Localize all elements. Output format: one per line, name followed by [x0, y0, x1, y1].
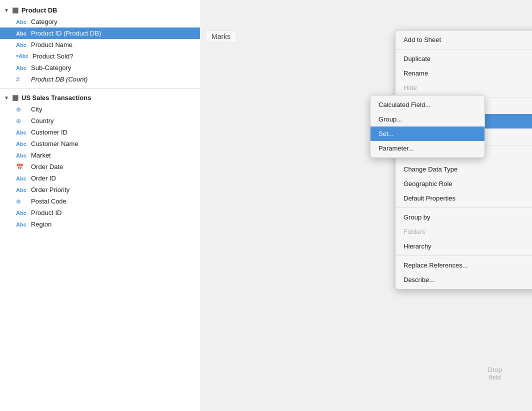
menu-item-hierarchy[interactable]: Hierarchy ▶: [396, 239, 532, 254]
type-icon-region: Abc: [16, 222, 27, 228]
field-label-product-id2: Product ID: [31, 209, 62, 216]
type-icon-product-id: Abc: [16, 30, 27, 36]
type-icon-product-sold: =Abc: [16, 54, 28, 59]
field-sub-category[interactable]: Abc Sub-Category: [0, 62, 200, 74]
type-icon-order-priority: Abc: [16, 187, 27, 193]
menu-item-rename[interactable]: Rename: [396, 66, 532, 80]
field-label-sub-category: Sub-Category: [31, 64, 71, 72]
field-label-city: City: [31, 106, 42, 113]
submenu-item-calculated-field[interactable]: Calculated Field...: [370, 98, 484, 112]
menu-item-describe[interactable]: Describe...: [396, 272, 532, 287]
calendar-icon-order-date: 📅: [16, 164, 27, 170]
field-customer-name[interactable]: Abc Customer Name: [0, 138, 200, 150]
menu-item-folders[interactable]: Folders ▶: [396, 224, 532, 239]
menu-item-duplicate[interactable]: Duplicate: [396, 52, 532, 66]
menu-item-replace-references[interactable]: Replace References...: [396, 258, 532, 272]
db-group-us-sales: ▼ ▦ US Sales Transactions ⊕ City ⊕ Count…: [0, 92, 200, 230]
field-label-postal-code: Postal Code: [31, 198, 66, 205]
right-area: Marks Add to Sheet Duplicate Rename Hide…: [200, 0, 532, 411]
type-icon-customer-name: Abc: [16, 141, 27, 147]
geo-icon-country: ⊕: [16, 118, 27, 124]
db-header-us-sales[interactable]: ▼ ▦ US Sales Transactions: [0, 92, 200, 104]
field-label-region: Region: [31, 220, 52, 228]
menu-separator-1: [396, 49, 532, 50]
field-order-priority[interactable]: Abc Order Priority: [0, 184, 200, 196]
menu-separator-5: [396, 256, 532, 256]
field-product-id2[interactable]: Abc Product ID: [0, 207, 200, 218]
field-order-id[interactable]: Abc Order ID: [0, 172, 200, 184]
submenu-item-parameter[interactable]: Parameter...: [370, 141, 484, 156]
field-label-country: Country: [31, 117, 54, 124]
field-category[interactable]: Abc Category: [0, 16, 200, 28]
menu-item-geographic-role[interactable]: Geographic Role ▶: [396, 176, 532, 191]
menu-separator-4: [396, 208, 532, 208]
submenu-item-group[interactable]: Group...: [370, 112, 484, 126]
db-name-us-sales: US Sales Transactions: [22, 94, 91, 102]
field-country[interactable]: ⊕ Country: [0, 115, 200, 126]
field-label-customer-name: Customer Name: [31, 140, 78, 148]
field-product-id[interactable]: Abc Product ID (Product DB): [0, 28, 200, 39]
field-label-order-priority: Order Priority: [31, 186, 70, 194]
drop-field-area: Dropfield: [488, 366, 502, 381]
field-postal-code[interactable]: ⊕ Postal Code: [0, 196, 200, 207]
submenu-item-set[interactable]: Set...: [370, 126, 484, 141]
field-city[interactable]: ⊕ City: [0, 104, 200, 115]
type-icon-market: Abc: [16, 152, 27, 158]
db-name-product-db: Product DB: [22, 6, 58, 14]
expand-arrow-product-db: ▼: [4, 8, 9, 13]
menu-item-default-properties[interactable]: Default Properties ▶: [396, 191, 532, 206]
field-label-order-id: Order ID: [31, 174, 56, 182]
field-label-product-name: Product Name: [31, 41, 72, 48]
field-label-market: Market: [31, 152, 51, 159]
type-icon-customer-id: Abc: [16, 130, 27, 136]
type-icon-order-id: Abc: [16, 176, 27, 182]
menu-item-change-data-type[interactable]: Change Data Type ▶: [396, 162, 532, 176]
field-label-customer-id: Customer ID: [31, 128, 68, 136]
panel-divider: [0, 88, 200, 88]
submenu-create: Calculated Field... Group... Set... Para…: [370, 95, 485, 158]
db-group-product-db: ▼ ▦ Product DB Abc Category Abc Product …: [0, 4, 200, 85]
expand-arrow-us-sales: ▼: [4, 95, 9, 100]
type-icon-product-id2: Abc: [16, 210, 27, 216]
type-icon-product-name: Abc: [16, 42, 27, 48]
db-header-product-db[interactable]: ▼ ▦ Product DB: [0, 4, 200, 16]
table-icon-product-db: ▦: [12, 6, 18, 14]
menu-item-hide[interactable]: Hide: [396, 80, 532, 95]
field-product-sold[interactable]: =Abc Product Sold?: [0, 50, 200, 62]
field-order-date[interactable]: 📅 Order Date: [0, 161, 200, 172]
geo-icon-city: ⊕: [16, 106, 27, 113]
field-market[interactable]: Abc Market: [0, 150, 200, 161]
field-label-product-db-count: Product DB (Count): [31, 76, 88, 83]
field-label-product-sold: Product Sold?: [32, 52, 74, 60]
marks-label: Marks: [205, 30, 237, 43]
field-product-db-count[interactable]: # Product DB (Count): [0, 74, 200, 85]
field-product-name[interactable]: Abc Product Name: [0, 39, 200, 50]
field-label-category: Category: [31, 18, 58, 26]
main-container: ▼ ▦ Product DB Abc Category Abc Product …: [0, 0, 532, 411]
drop-field-label: Dropfield: [488, 366, 502, 381]
field-region[interactable]: Abc Region: [0, 218, 200, 230]
field-label-product-id: Product ID (Product DB): [31, 30, 101, 37]
type-icon-sub-category: Abc: [16, 65, 27, 71]
context-menu: Add to Sheet Duplicate Rename Hide Alias…: [395, 30, 532, 290]
left-panel: ▼ ▦ Product DB Abc Category Abc Product …: [0, 0, 200, 411]
menu-item-group-by[interactable]: Group by ▶: [396, 210, 532, 224]
geo-icon-postal-code: ⊕: [16, 198, 27, 205]
field-customer-id[interactable]: Abc Customer ID: [0, 126, 200, 138]
field-label-order-date: Order Date: [31, 163, 63, 170]
menu-item-add-to-sheet[interactable]: Add to Sheet: [396, 32, 532, 47]
type-icon-category: Abc: [16, 19, 27, 25]
table-icon-us-sales: ▦: [12, 94, 18, 102]
hash-icon-product-db-count: #: [16, 76, 27, 83]
